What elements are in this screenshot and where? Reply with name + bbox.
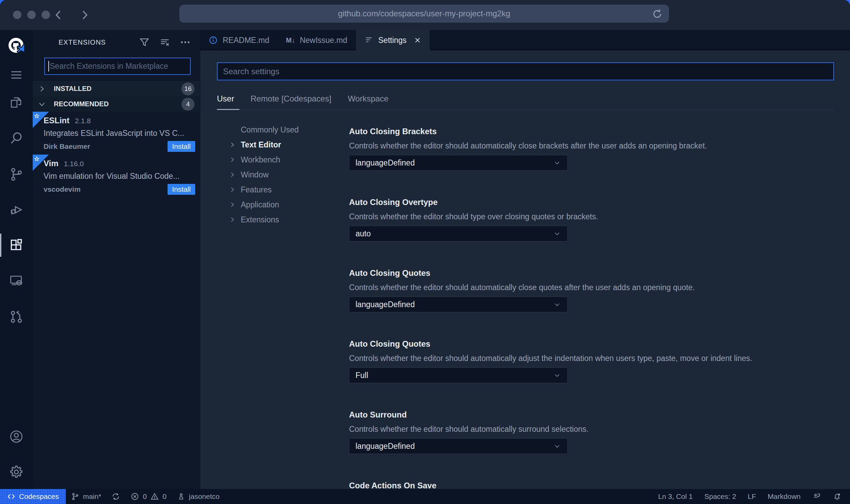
close-window-button[interactable]	[13, 11, 21, 19]
chevron-down-icon	[553, 159, 561, 167]
extensions-icon[interactable]	[0, 233, 33, 257]
source-control-icon[interactable]	[0, 162, 33, 187]
scope-tab-workspace[interactable]: Workspace	[348, 94, 389, 104]
chevron-right-icon	[229, 201, 236, 208]
remote-explorer-icon[interactable]	[0, 268, 33, 293]
address-bar[interactable]: github.com/codespaces/user-my-project-mg…	[179, 5, 669, 22]
forward-icon[interactable]	[78, 8, 91, 22]
setting-title: Auto Surround	[349, 410, 834, 420]
extension-list-item[interactable]: ESLint 2.1.8 Integrates ESLint JavaScrip…	[33, 112, 200, 155]
setting-description: Controls whether the editor should autom…	[349, 424, 834, 434]
settings-toc: Commonly Used Text Editor Workbench	[217, 122, 349, 489]
sidebar-section-installed[interactable]: INSTALLED 16	[33, 81, 200, 96]
language-mode[interactable]: Markdown	[762, 489, 806, 504]
setting-dropdown[interactable]: Full	[349, 367, 568, 383]
run-debug-icon[interactable]	[0, 198, 33, 222]
settings-gear-icon[interactable]	[0, 460, 33, 484]
setting-title: Auto Closing Brackets	[349, 126, 834, 137]
remote-indicator[interactable]: Codespaces	[0, 489, 66, 504]
setting-dropdown[interactable]: languageDefined	[349, 297, 568, 312]
toc-item-workbench[interactable]: Workbench	[217, 152, 349, 167]
close-icon[interactable]	[413, 36, 422, 44]
chevron-down-icon	[553, 371, 561, 379]
clear-search-icon[interactable]	[159, 36, 171, 48]
setting-auto-closing-overtype: Auto Closing Overtype Controls whether t…	[349, 197, 834, 268]
chevron-right-icon	[229, 141, 236, 148]
indentation-indicator[interactable]: Spaces: 2	[698, 489, 742, 504]
extensions-sidebar: EXTENSIONS INSTALLED 16 RECOMMENDED 4	[33, 30, 200, 489]
maximize-window-button[interactable]	[42, 11, 50, 19]
setting-dropdown[interactable]: languageDefined	[349, 155, 568, 171]
reload-icon[interactable]	[651, 8, 663, 20]
setting-code-actions-on-save: Code Actions On Save	[349, 481, 834, 489]
cursor-position[interactable]: Ln 3, Col 1	[652, 489, 699, 504]
feedback-button[interactable]	[806, 489, 827, 504]
pull-requests-icon[interactable]	[0, 304, 33, 329]
settings-editor-icon	[364, 35, 374, 45]
sidebar-title: EXTENSIONS	[59, 38, 106, 46]
scope-tab-remote[interactable]: Remote [Codespaces]	[251, 94, 331, 104]
recommended-ribbon-icon	[33, 155, 49, 171]
person-icon	[177, 492, 186, 501]
filter-icon[interactable]	[139, 36, 150, 48]
tab-settings[interactable]: Settings	[356, 30, 430, 50]
branch-name: main*	[83, 492, 101, 501]
extension-list-item[interactable]: Vim 1.16.0 Vim emulation for Visual Stud…	[33, 155, 200, 198]
account-icon[interactable]	[0, 424, 33, 449]
setting-auto-closing-quotes-2: Auto Closing Quotes Controls whether the…	[349, 339, 834, 410]
toc-item-extensions[interactable]: Extensions	[217, 212, 349, 227]
warning-icon	[150, 492, 159, 501]
toc-item-text-editor[interactable]: Text Editor	[217, 137, 349, 152]
toc-item-window[interactable]: Window	[217, 167, 349, 182]
install-button[interactable]: Install	[168, 141, 195, 152]
sidebar-section-recommended[interactable]: RECOMMENDED 4	[33, 96, 200, 112]
scope-divider	[217, 109, 834, 110]
explorer-icon[interactable]	[0, 90, 33, 114]
toc-item-features[interactable]: Features	[217, 182, 349, 197]
install-button[interactable]: Install	[168, 184, 195, 195]
setting-dropdown[interactable]: languageDefined	[349, 438, 568, 454]
sync-icon	[111, 492, 120, 501]
toc-item-commonly-used[interactable]: Commonly Used	[217, 122, 349, 137]
extension-author: Dirk Baeumer	[44, 142, 90, 151]
scope-tab-user[interactable]: User	[217, 94, 234, 104]
tab-readme[interactable]: README.md	[200, 30, 278, 50]
setting-auto-closing-brackets: Auto Closing Brackets Controls whether t…	[349, 126, 834, 197]
chevron-down-icon	[553, 442, 561, 450]
settings-search-input[interactable]	[217, 62, 834, 80]
extensions-search-input[interactable]	[44, 58, 191, 75]
more-actions-icon[interactable]	[179, 36, 191, 48]
notifications-button[interactable]	[827, 489, 847, 504]
git-branch-icon	[71, 492, 80, 501]
setting-description: Controls whether the editor should autom…	[349, 353, 834, 363]
branch-indicator[interactable]: main*	[66, 489, 107, 504]
markdown-icon: M↓	[286, 36, 295, 44]
browser-chrome: github.com/codespaces/user-my-project-mg…	[0, 0, 850, 30]
status-bar: Codespaces main* 0 0 jasonetco Ln	[0, 489, 850, 504]
setting-title: Auto Closing Overtype	[349, 197, 834, 207]
activity-bar	[0, 30, 33, 489]
codespaces-logo-icon[interactable]	[0, 33, 33, 58]
remote-icon	[7, 492, 16, 501]
section-label: INSTALLED	[54, 85, 92, 93]
minimize-window-button[interactable]	[27, 11, 36, 19]
extension-description: Integrates ESLint JavaScript into VS C..…	[44, 129, 195, 138]
setting-dropdown[interactable]: auto	[349, 226, 568, 241]
bell-icon	[833, 492, 841, 501]
sync-button[interactable]	[106, 489, 125, 504]
tab-newissue[interactable]: M↓ NewIssue.md	[278, 30, 356, 50]
dropdown-value: auto	[356, 229, 371, 238]
count-badge: 16	[182, 82, 194, 95]
info-icon	[208, 35, 218, 45]
menu-icon[interactable]	[0, 63, 33, 87]
search-icon[interactable]	[0, 126, 33, 151]
chevron-right-icon	[229, 216, 236, 223]
toc-item-application[interactable]: Application	[217, 197, 349, 212]
chevron-right-icon	[229, 171, 236, 178]
url-text: github.com/codespaces/user-my-project-mg…	[338, 9, 510, 18]
eol-indicator[interactable]: LF	[742, 489, 762, 504]
remote-label: Codespaces	[19, 492, 59, 501]
back-icon[interactable]	[52, 8, 65, 22]
problems-indicator[interactable]: 0 0	[125, 489, 171, 504]
user-indicator[interactable]: jasonetco	[172, 489, 225, 504]
